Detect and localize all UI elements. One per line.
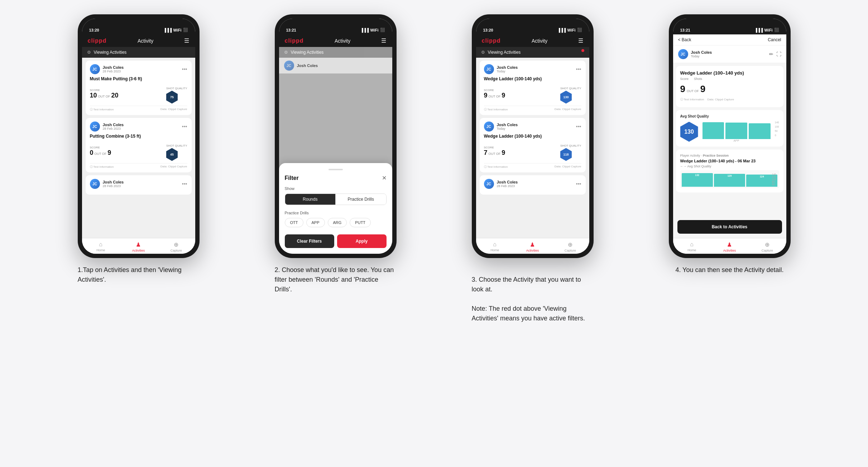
score-group-3a: Score 9 OUT OF 9 bbox=[484, 89, 505, 99]
detail-stats: 9 OUT OF 9 bbox=[680, 84, 779, 95]
pill-arg[interactable]: ARG bbox=[328, 218, 347, 227]
stats-row-3b: Score 7 OUT OF 9 Shot Quality 1 bbox=[484, 142, 581, 161]
sq-label-2: Shot Quality bbox=[166, 144, 187, 147]
sq-label-1: Shot Quality bbox=[166, 87, 187, 90]
tab-activities-3[interactable]: ♟ Activities bbox=[514, 241, 551, 252]
user-row-3: JC Josh Coles 28 Feb 2023 bbox=[90, 179, 124, 189]
viewing-bar-3[interactable]: ⚙ Viewing Activities bbox=[476, 47, 589, 58]
tab-home-3[interactable]: ⌂ Home bbox=[476, 241, 514, 252]
tab-home-label-4: Home bbox=[687, 248, 696, 252]
detail-user-text: Josh Coles Today bbox=[691, 50, 712, 58]
edit-icon[interactable]: ✏ bbox=[769, 51, 773, 57]
step-3: 13:20 ▐▐▐ WiFi ⬛ clippd Activity ☰ ⚙ V bbox=[440, 14, 626, 323]
battery-icon: ⬛ bbox=[183, 28, 188, 32]
time-2: 13:21 bbox=[286, 28, 296, 32]
detail-shots: 9 bbox=[700, 84, 705, 95]
score-label-3a: Score bbox=[484, 89, 505, 92]
phone-notch-2 bbox=[314, 14, 357, 24]
avatar-3c: JC bbox=[484, 179, 494, 189]
tab-activities-4[interactable]: ♟ Activities bbox=[711, 241, 748, 252]
menu-icon-1[interactable]: ☰ bbox=[184, 37, 189, 44]
wifi-icon-4: WiFi bbox=[764, 28, 772, 32]
tab-capture-1[interactable]: ⊕ Capture bbox=[157, 241, 195, 252]
more-dots-3c[interactable]: ••• bbox=[576, 181, 581, 187]
tab-capture-4[interactable]: ⊕ Capture bbox=[748, 241, 786, 252]
activity-item-3c[interactable]: JC Josh Coles 28 Feb 2023 ••• bbox=[480, 175, 586, 195]
wifi-icon-2: WiFi bbox=[370, 28, 378, 32]
tab-home-1[interactable]: ⌂ Home bbox=[82, 241, 120, 252]
more-dots-3[interactable]: ••• bbox=[182, 181, 187, 187]
score-group-3b: Score 7 OUT OF 9 bbox=[484, 146, 505, 157]
logo-2: clippd bbox=[285, 38, 304, 44]
pill-ott[interactable]: OTT bbox=[285, 218, 303, 227]
activity-item-3a[interactable]: JC Josh Coles Today ••• Wedge Ladder (10… bbox=[480, 61, 586, 115]
tab-capture-3[interactable]: ⊕ Capture bbox=[551, 241, 589, 252]
out-of-2: OUT OF bbox=[95, 152, 107, 156]
avatar-3b: JC bbox=[484, 121, 494, 132]
shots-value-3b: 9 bbox=[502, 149, 505, 157]
step-1: 13:20 ▐▐▐ WiFi ⬛ clippd Activity ☰ ⚙ V bbox=[45, 14, 232, 285]
partial-user-row: JC Josh Coles bbox=[279, 58, 392, 73]
footer-left-1: ⓘ Test Information bbox=[90, 108, 114, 111]
practice-drills-section-label: Practice Drills bbox=[285, 211, 387, 215]
activity-item-3b[interactable]: JC Josh Coles Today ••• Wedge Ladder (10… bbox=[480, 118, 586, 172]
nav-bar-2: clippd Activity ☰ bbox=[279, 34, 392, 47]
settings-icon-1: ⚙ bbox=[87, 50, 91, 55]
score-label-4: Score bbox=[680, 77, 689, 81]
shots-value-1: 20 bbox=[111, 92, 118, 99]
user-info-3a: Josh Coles Today bbox=[497, 65, 518, 73]
cancel-button[interactable]: Cancel bbox=[768, 37, 781, 42]
filter-pills: OTT APP ARG PUTT bbox=[285, 218, 387, 227]
score-label-2: Score bbox=[90, 146, 111, 149]
settings-icon-3: ⚙ bbox=[481, 50, 485, 55]
rounds-toggle[interactable]: Rounds bbox=[285, 194, 336, 205]
back-button[interactable]: < Back bbox=[678, 37, 691, 42]
pill-putt[interactable]: PUTT bbox=[350, 218, 371, 227]
activity-footer-2: ⓘ Test Information Data: Clippd Capture bbox=[90, 163, 187, 169]
sq-value-3b: 118 bbox=[563, 153, 569, 156]
more-dots-1[interactable]: ••• bbox=[182, 66, 187, 72]
tab-home-4[interactable]: ⌂ Home bbox=[673, 241, 711, 252]
player-activity-label: Player Activity · Practice Session bbox=[680, 154, 779, 157]
activity-item-2[interactable]: JC Josh Coles 28 Feb 2023 ••• Putting Co… bbox=[86, 118, 192, 172]
tab-bar-4: ⌂ Home ♟ Activities ⊕ Capture bbox=[673, 238, 786, 254]
menu-icon-3[interactable]: ☰ bbox=[578, 37, 583, 44]
avatar-2: JC bbox=[90, 121, 100, 132]
clear-filters-button[interactable]: Clear Filters bbox=[285, 234, 334, 248]
viewing-bar-1[interactable]: ⚙ Viewing Activities bbox=[82, 47, 195, 58]
more-dots-2[interactable]: ••• bbox=[182, 124, 187, 129]
activity-item-3[interactable]: JC Josh Coles 28 Feb 2023 ••• bbox=[86, 175, 192, 195]
user-name-3b: Josh Coles bbox=[497, 123, 518, 127]
score-label-3b: Score bbox=[484, 146, 505, 149]
avg-label-text: Avg Shot Quality bbox=[687, 165, 711, 168]
more-dots-3b[interactable]: ••• bbox=[576, 124, 581, 129]
hex-3b: 118 bbox=[560, 148, 572, 161]
menu-icon-2[interactable]: ☰ bbox=[381, 37, 386, 44]
signal-icon-3: ▐▐▐ bbox=[557, 28, 566, 32]
tab-bar-1: ⌂ Home ♟ Activities ⊕ Capture bbox=[82, 238, 195, 254]
activity-list-3: JC Josh Coles Today ••• Wedge Ladder (10… bbox=[476, 58, 589, 238]
step-description-3: 3. Choose the Activity that you want to … bbox=[472, 265, 594, 323]
user-row-1: JC Josh Coles 28 Feb 2023 bbox=[90, 64, 124, 74]
capture-icon-1: ⊕ bbox=[174, 241, 178, 248]
activity-item-1[interactable]: JC Josh Coles 28 Feb 2023 ••• Must Make … bbox=[86, 61, 192, 115]
viewing-text-3: Viewing Activities bbox=[488, 50, 521, 55]
viewing-bar-2: ⚙ Viewing Activities bbox=[279, 47, 392, 58]
filter-title: Filter bbox=[285, 175, 299, 181]
logo-3: clippd bbox=[482, 38, 501, 44]
expand-icon[interactable]: ⛶ bbox=[776, 51, 781, 57]
close-icon[interactable]: ✕ bbox=[382, 175, 387, 181]
activity-title-2: Putting Combine (3-15 ft) bbox=[90, 134, 187, 139]
apply-button[interactable]: Apply bbox=[337, 234, 387, 248]
back-to-activities-btn[interactable]: Back to Activities bbox=[677, 220, 782, 234]
user-date-3c: 28 Feb 2023 bbox=[497, 184, 518, 188]
more-dots-3a[interactable]: ••• bbox=[576, 66, 581, 72]
pill-app[interactable]: APP bbox=[306, 218, 325, 227]
practice-drills-toggle[interactable]: Practice Drills bbox=[335, 194, 386, 205]
capture-icon-4: ⊕ bbox=[765, 241, 769, 248]
detail-user-row: JC Josh Coles Today ✏ ⛶ bbox=[673, 46, 786, 63]
user-name-3c: Josh Coles bbox=[497, 180, 518, 184]
home-icon-4: ⌂ bbox=[690, 241, 694, 248]
sq-group-3a: Shot Quality 130 bbox=[560, 84, 581, 104]
tab-activities-1[interactable]: ♟ Activities bbox=[120, 241, 157, 252]
